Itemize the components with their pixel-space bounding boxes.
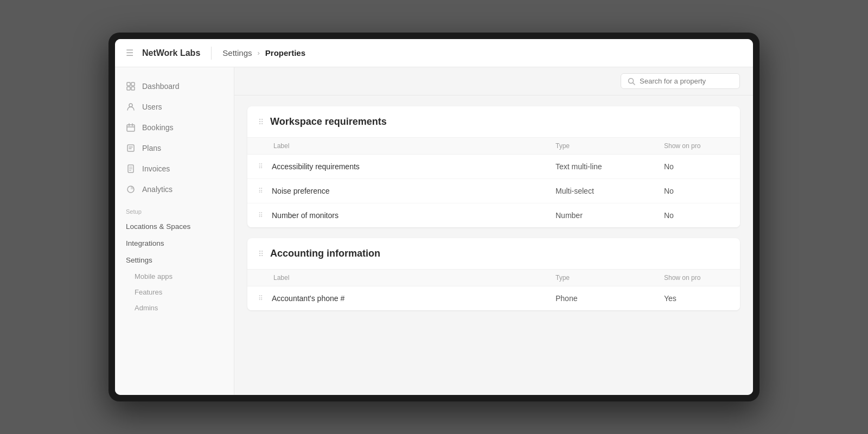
breadcrumb: Settings › Properties bbox=[222, 48, 305, 58]
table-row: ⠿ Accessibility requirements Text multi-… bbox=[247, 155, 740, 179]
breadcrumb-arrow: › bbox=[257, 49, 259, 57]
row-drag-handle[interactable]: ⠿ bbox=[258, 212, 263, 219]
content-header bbox=[234, 67, 753, 95]
row-label: Accessibility requirements bbox=[272, 162, 556, 171]
svg-rect-9 bbox=[127, 145, 134, 151]
bookings-icon bbox=[126, 123, 136, 132]
sidebar-item-dashboard[interactable]: Dashboard bbox=[115, 76, 234, 97]
row-show: No bbox=[664, 211, 729, 220]
plans-icon bbox=[126, 143, 136, 153]
search-box[interactable] bbox=[621, 73, 740, 89]
group-title-accounting: Accounting information bbox=[270, 248, 380, 259]
sidebar-item-analytics[interactable]: Analytics bbox=[115, 179, 234, 200]
group-title-workspace: Workspace requirements bbox=[270, 116, 387, 127]
dashboard-label: Dashboard bbox=[142, 82, 180, 91]
row-label: Number of monitors bbox=[272, 211, 556, 220]
invoices-icon bbox=[126, 164, 136, 174]
row-show: No bbox=[664, 162, 729, 171]
content-scroll: ⠿ Workspace requirements Label Type Show… bbox=[234, 95, 753, 395]
top-bar-divider bbox=[211, 47, 212, 60]
breadcrumb-settings[interactable]: Settings bbox=[222, 48, 252, 58]
app-name: NetWork Labs bbox=[142, 48, 200, 58]
analytics-icon bbox=[126, 184, 136, 194]
group-header-workspace: ⠿ Workspace requirements bbox=[247, 106, 740, 138]
row-drag-handle[interactable]: ⠿ bbox=[258, 187, 263, 195]
row-show: No bbox=[664, 187, 729, 195]
users-label: Users bbox=[142, 103, 162, 111]
row-drag-handle[interactable]: ⠿ bbox=[258, 295, 263, 302]
sidebar-locations[interactable]: Locations & Spaces bbox=[115, 218, 234, 235]
property-group-workspace: ⠿ Workspace requirements Label Type Show… bbox=[247, 106, 740, 227]
row-label: Accountant's phone # bbox=[272, 294, 556, 303]
svg-rect-2 bbox=[127, 87, 130, 90]
svg-rect-0 bbox=[127, 82, 130, 86]
row-drag-handle[interactable]: ⠿ bbox=[258, 163, 263, 170]
table-row: ⠿ Accountant's phone # Phone Yes bbox=[247, 286, 740, 310]
svg-rect-5 bbox=[127, 125, 135, 131]
table-row: ⠿ Number of monitors Number No bbox=[247, 203, 740, 227]
search-icon bbox=[628, 78, 635, 85]
property-group-accounting: ⠿ Accounting information Label Type Show… bbox=[247, 238, 740, 310]
search-input[interactable] bbox=[640, 77, 733, 85]
table-header-workspace: Label Type Show on pro bbox=[247, 138, 740, 155]
table-row: ⠿ Noise preference Multi-select No bbox=[247, 179, 740, 203]
plans-label: Plans bbox=[142, 144, 161, 152]
top-bar: ☰ NetWork Labs Settings › Properties bbox=[115, 39, 753, 67]
col-header-label-1: Label bbox=[258, 142, 556, 150]
sidebar-admins[interactable]: Admins bbox=[115, 300, 234, 316]
sidebar-settings[interactable]: Settings bbox=[115, 252, 234, 269]
col-header-label-2: Label bbox=[258, 274, 556, 282]
dashboard-icon bbox=[126, 81, 136, 91]
device-frame: ☰ NetWork Labs Settings › Properties bbox=[108, 33, 760, 401]
table-header-accounting: Label Type Show on pro bbox=[247, 270, 740, 286]
sidebar-item-bookings[interactable]: Bookings bbox=[115, 117, 234, 138]
col-header-type-1: Type bbox=[556, 142, 664, 150]
content-area: ⠿ Workspace requirements Label Type Show… bbox=[234, 67, 753, 395]
sidebar-item-users[interactable]: Users bbox=[115, 97, 234, 117]
svg-rect-3 bbox=[131, 87, 135, 90]
sidebar-item-invoices[interactable]: Invoices bbox=[115, 158, 234, 179]
device-screen: ☰ NetWork Labs Settings › Properties bbox=[115, 39, 753, 395]
row-type: Number bbox=[556, 211, 664, 220]
sidebar: Dashboard Users bbox=[115, 67, 234, 395]
setup-section-label: Setup bbox=[115, 200, 234, 218]
col-header-type-2: Type bbox=[556, 274, 664, 282]
svg-line-18 bbox=[633, 82, 635, 85]
analytics-label: Analytics bbox=[142, 185, 173, 194]
row-type: Phone bbox=[556, 294, 664, 303]
users-icon bbox=[126, 102, 136, 112]
menu-icon[interactable]: ☰ bbox=[126, 48, 133, 58]
drag-handle-workspace[interactable]: ⠿ bbox=[258, 118, 264, 126]
row-show: Yes bbox=[664, 294, 729, 303]
drag-handle-accounting[interactable]: ⠿ bbox=[258, 250, 264, 258]
svg-point-4 bbox=[129, 104, 132, 107]
group-header-accounting: ⠿ Accounting information bbox=[247, 238, 740, 270]
col-header-show-2: Show on pro bbox=[664, 274, 729, 282]
sidebar-integrations[interactable]: Integrations bbox=[115, 235, 234, 252]
bookings-label: Bookings bbox=[142, 123, 174, 132]
sidebar-features[interactable]: Features bbox=[115, 284, 234, 300]
svg-rect-1 bbox=[131, 82, 135, 86]
row-label: Noise preference bbox=[272, 187, 556, 195]
breadcrumb-properties[interactable]: Properties bbox=[265, 48, 305, 58]
row-type: Multi-select bbox=[556, 187, 664, 195]
invoices-label: Invoices bbox=[142, 164, 170, 173]
sidebar-mobile-apps[interactable]: Mobile apps bbox=[115, 269, 234, 284]
col-header-show-1: Show on pro bbox=[664, 142, 729, 150]
sidebar-item-plans[interactable]: Plans bbox=[115, 138, 234, 158]
row-type: Text multi-line bbox=[556, 162, 664, 171]
main-layout: Dashboard Users bbox=[115, 67, 753, 395]
